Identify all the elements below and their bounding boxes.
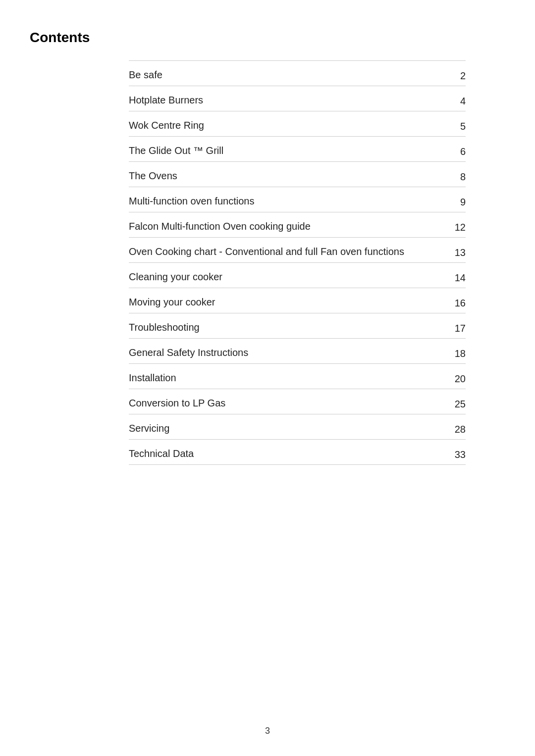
toc-page-number: 2 [460, 70, 466, 82]
toc-item[interactable]: Servicing28 [129, 414, 466, 440]
toc-item[interactable]: Troubleshooting17 [129, 313, 466, 339]
toc-item[interactable]: Oven Cooking chart - Conventional and fu… [129, 238, 466, 263]
toc-item[interactable]: General Safety Instructions18 [129, 339, 466, 364]
toc-page-number: 13 [455, 247, 466, 258]
toc-page-number: 9 [460, 197, 466, 208]
toc-label: Servicing [129, 421, 455, 435]
toc-label: Cleaning your cooker [129, 270, 455, 284]
toc-page-number: 18 [455, 348, 466, 359]
page-title: Contents [30, 30, 495, 46]
toc-label: Oven Cooking chart - Conventional and fu… [129, 245, 455, 258]
toc-page-number: 5 [460, 121, 466, 132]
toc-label: Multi-function oven functions [129, 194, 460, 208]
toc-item[interactable]: Falcon Multi-function Oven cooking guide… [129, 212, 466, 238]
toc-label: The Glide Out ™ Grill [129, 144, 460, 157]
toc-page-number: 14 [455, 272, 466, 284]
toc-label: Installation [129, 371, 455, 385]
toc-label: Moving your cooker [129, 295, 455, 309]
toc-item[interactable]: The Glide Out ™ Grill6 [129, 137, 466, 162]
toc-page-number: 6 [460, 146, 466, 157]
toc-page-number: 8 [460, 171, 466, 183]
toc-page-number: 25 [455, 399, 466, 410]
toc-label: Hotplate Burners [129, 93, 460, 107]
toc-item[interactable]: Wok Centre Ring5 [129, 111, 466, 137]
page: Contents Be safe2Hotplate Burners4Wok Ce… [0, 0, 535, 756]
toc-label: Technical Data [129, 447, 455, 460]
table-of-contents: Be safe2Hotplate Burners4Wok Centre Ring… [129, 60, 466, 465]
toc-label: Be safe [129, 68, 460, 82]
toc-item[interactable]: Conversion to LP Gas25 [129, 389, 466, 414]
toc-item[interactable]: Multi-function oven functions9 [129, 187, 466, 212]
toc-item[interactable]: Be safe2 [129, 60, 466, 86]
toc-label: Falcon Multi-function Oven cooking guide [129, 219, 455, 233]
page-number: 3 [265, 726, 270, 736]
toc-item[interactable]: The Ovens8 [129, 162, 466, 187]
toc-label: Wok Centre Ring [129, 118, 460, 132]
toc-page-number: 17 [455, 323, 466, 334]
toc-item[interactable]: Cleaning your cooker14 [129, 263, 466, 288]
toc-label: The Ovens [129, 169, 460, 183]
toc-label: Troubleshooting [129, 320, 455, 334]
toc-item[interactable]: Hotplate Burners4 [129, 86, 466, 111]
toc-item[interactable]: Moving your cooker16 [129, 288, 466, 313]
toc-page-number: 28 [455, 424, 466, 435]
toc-item[interactable]: Technical Data33 [129, 440, 466, 465]
toc-page-number: 16 [455, 298, 466, 309]
toc-page-number: 12 [455, 222, 466, 233]
toc-label: General Safety Instructions [129, 346, 455, 359]
toc-page-number: 4 [460, 96, 466, 107]
toc-label: Conversion to LP Gas [129, 396, 455, 410]
toc-item[interactable]: Installation20 [129, 364, 466, 389]
toc-page-number: 20 [455, 373, 466, 385]
toc-page-number: 33 [455, 449, 466, 460]
